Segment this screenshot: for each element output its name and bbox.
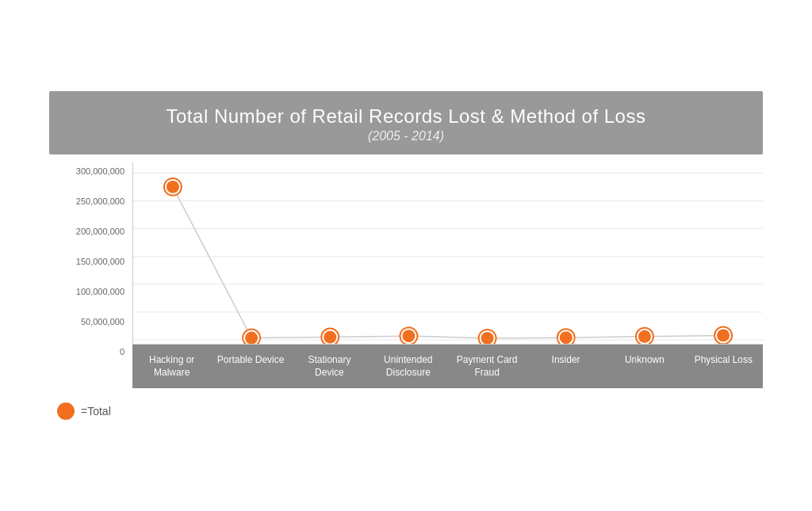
chart-title-box: Total Number of Retail Records Lost & Me… xyxy=(49,91,763,154)
chart-wrapper: Total Number of Retail Records Lost & Me… xyxy=(49,91,763,420)
legend-dot xyxy=(57,402,75,420)
x-label-item: Stationary Device xyxy=(290,345,369,388)
plot-area xyxy=(132,162,763,345)
svg-point-14 xyxy=(402,330,415,342)
chart-area: 300,000,000250,000,000200,000,000150,000… xyxy=(49,162,763,388)
x-label-item: Hacking or Malware xyxy=(132,345,211,388)
y-axis-label: 100,000,000 xyxy=(76,287,124,296)
svg-point-20 xyxy=(638,330,651,343)
svg-point-22 xyxy=(717,329,730,341)
x-label-item: Unintended Disclosure xyxy=(369,345,447,388)
chart-title-main: Total Number of Retail Records Lost & Me… xyxy=(73,105,739,128)
legend: =Total xyxy=(57,402,763,420)
svg-point-12 xyxy=(324,330,336,343)
y-axis-label: 300,000,000 xyxy=(76,166,124,176)
x-label-item: Portable Device xyxy=(211,345,289,388)
x-label-item: Unknown xyxy=(605,345,684,388)
x-label-item: Payment Card Fraud xyxy=(448,345,527,388)
y-axis-label: 150,000,000 xyxy=(76,257,124,266)
legend-text: =Total xyxy=(81,405,111,418)
svg-point-18 xyxy=(560,331,573,344)
y-axis: 300,000,000250,000,000200,000,000150,000… xyxy=(49,162,132,388)
x-label-item: Physical Loss xyxy=(684,345,763,388)
chart-inner: Hacking or MalwarePortable DeviceStation… xyxy=(132,162,763,388)
y-axis-label: 50,000,000 xyxy=(81,317,124,326)
x-label-item: Insider xyxy=(527,345,605,388)
y-axis-label: 200,000,000 xyxy=(76,227,124,236)
y-axis-label: 250,000,000 xyxy=(76,196,124,206)
svg-point-10 xyxy=(245,332,258,344)
y-axis-label: 0 xyxy=(120,347,124,357)
svg-point-8 xyxy=(167,181,179,193)
chart-title-sub: (2005 - 2014) xyxy=(73,129,739,143)
chart-svg xyxy=(133,162,763,344)
x-labels-box: Hacking or MalwarePortable DeviceStation… xyxy=(132,345,763,388)
